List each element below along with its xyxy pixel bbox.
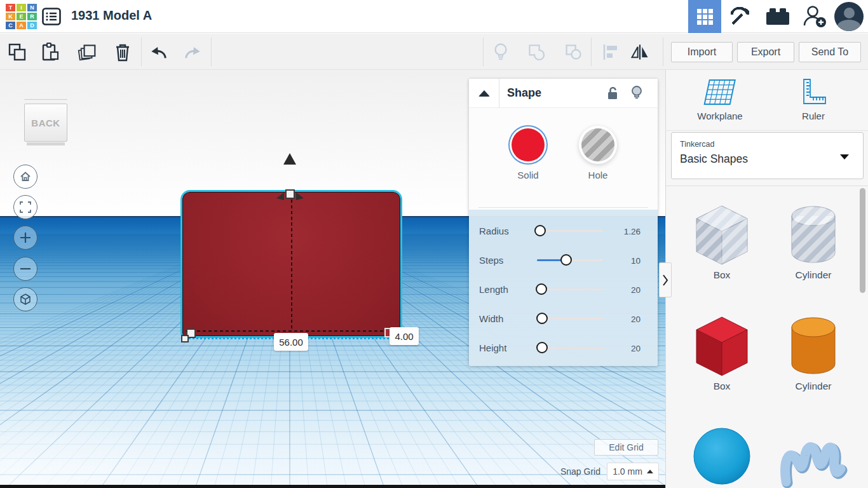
logo-tile: N xyxy=(27,4,37,11)
shapes-sidebar: Workplane Ruler Tinkercad Basic Shapes B… xyxy=(665,70,868,488)
lightbulb-icon[interactable] xyxy=(630,85,643,102)
param-row-steps: Steps 10 xyxy=(469,246,658,275)
logo-tile: D xyxy=(27,22,37,29)
avatar[interactable] xyxy=(834,2,864,31)
logo-tile: T xyxy=(6,4,15,11)
rotate-handle-left[interactable] xyxy=(276,193,284,200)
steps-slider[interactable] xyxy=(537,259,603,261)
shape-box-red[interactable]: Box xyxy=(687,313,757,392)
brick-icon[interactable] xyxy=(761,0,794,33)
edit-grid-button[interactable]: Edit Grid xyxy=(594,439,658,456)
import-button[interactable]: Import xyxy=(671,42,733,62)
send-to-button[interactable]: Send To xyxy=(799,42,861,62)
snap-grid-label: Snap Grid xyxy=(537,466,600,477)
shape-panel-header: Shape xyxy=(469,79,658,108)
shape-inspector-panel: Shape Solid Hole Radius 1.26 Steps 10 Le… xyxy=(469,79,658,366)
shape-cylinder-transparent[interactable]: Cylinder xyxy=(778,202,848,281)
zoom-in-button[interactable] xyxy=(13,226,37,250)
toolbar: Import Export Send To xyxy=(0,34,868,70)
width-dimension-field[interactable]: 56.00 xyxy=(274,333,308,351)
height-dimension-field[interactable]: 4.00 xyxy=(390,327,419,345)
home-view-button[interactable] xyxy=(13,165,37,189)
material-section: Solid Hole xyxy=(469,108,658,210)
scale-handle-top[interactable] xyxy=(285,189,295,199)
hole-label: Hole xyxy=(581,170,614,180)
param-row-width: Width 20 xyxy=(469,304,658,334)
solid-material-swatch[interactable] xyxy=(512,128,545,161)
shape-scribble-blue[interactable] xyxy=(778,432,848,488)
caret-down-icon xyxy=(840,154,849,159)
scale-handle-corner-2[interactable] xyxy=(181,335,189,342)
raise-arrow-handle[interactable] xyxy=(283,153,296,165)
design-menu-icon[interactable] xyxy=(42,8,61,25)
view-cube-face: BACK xyxy=(24,104,67,142)
rotate-handle-right[interactable] xyxy=(296,193,304,200)
minecraft-pickaxe-icon[interactable] xyxy=(724,0,757,33)
logo-tile: C xyxy=(6,22,15,29)
collapse-panel-button[interactable] xyxy=(469,79,499,108)
param-row-height: Height 20 xyxy=(469,334,658,363)
logo-tile: I xyxy=(17,4,26,11)
solid-label: Solid xyxy=(512,170,545,180)
copy-icon[interactable] xyxy=(8,43,27,62)
panel-collapse-tab[interactable] xyxy=(659,262,672,297)
unlock-icon[interactable] xyxy=(606,86,619,101)
logo-tile: K xyxy=(6,13,15,20)
ungroup-icon[interactable] xyxy=(564,43,583,62)
document-title[interactable]: 1931 Model A xyxy=(71,8,152,23)
redo-icon[interactable] xyxy=(183,43,202,62)
adjust-light-icon[interactable] xyxy=(491,43,510,62)
group-icon[interactable] xyxy=(527,43,546,62)
perspective-toggle-button[interactable] xyxy=(13,287,37,311)
fit-view-button[interactable] xyxy=(13,195,37,219)
logo-tile: A xyxy=(17,22,26,29)
align-icon[interactable] xyxy=(602,43,621,62)
duplicate-icon[interactable] xyxy=(78,43,97,62)
canvas-bottom-edge xyxy=(0,485,665,488)
shape-panel-title: Shape xyxy=(507,86,541,100)
invite-person-icon[interactable] xyxy=(798,0,831,33)
workplane-tool[interactable]: Workplane xyxy=(682,76,758,121)
shape-cylinder-orange[interactable]: Cylinder xyxy=(778,313,848,392)
param-row-radius: Radius 1.26 xyxy=(469,217,658,246)
triangle-up-icon xyxy=(478,90,490,97)
radius-slider[interactable] xyxy=(537,230,603,232)
tinkercad-logo[interactable]: TINKERCAD xyxy=(6,4,37,29)
selected-shape[interactable] xyxy=(182,192,400,336)
view-cube[interactable]: BACK xyxy=(23,98,69,147)
dashboard-button[interactable] xyxy=(688,0,721,33)
export-button[interactable]: Export xyxy=(737,42,794,62)
width-slider[interactable] xyxy=(537,318,603,320)
logo-tile: R xyxy=(27,13,37,20)
logo-tile: E xyxy=(17,13,26,20)
parameters-section: Radius 1.26 Steps 10 Length 20 Width 20 … xyxy=(469,210,658,366)
zoom-out-button[interactable] xyxy=(13,257,37,281)
hole-material-swatch[interactable] xyxy=(581,128,614,161)
param-row-length: Length 20 xyxy=(469,275,658,304)
mirror-icon[interactable] xyxy=(630,43,649,62)
length-slider[interactable] xyxy=(537,288,603,290)
delete-icon[interactable] xyxy=(113,43,132,62)
snap-grid-dropdown[interactable]: 1.0 mm xyxy=(607,463,659,480)
shape-library-dropdown[interactable]: Tinkercad Basic Shapes xyxy=(671,132,864,179)
caret-up-icon xyxy=(647,470,653,473)
sidebar-scrollbar[interactable] xyxy=(860,188,865,293)
ruler-tool[interactable]: Ruler xyxy=(775,76,851,121)
shape-sphere-blue[interactable] xyxy=(687,424,757,488)
undo-icon[interactable] xyxy=(149,43,168,62)
paste-icon[interactable] xyxy=(41,43,60,62)
app-header: TINKERCAD 1931 Model A xyxy=(0,0,868,33)
height-slider[interactable] xyxy=(537,347,603,349)
shape-box-transparent[interactable]: Box xyxy=(687,202,757,281)
